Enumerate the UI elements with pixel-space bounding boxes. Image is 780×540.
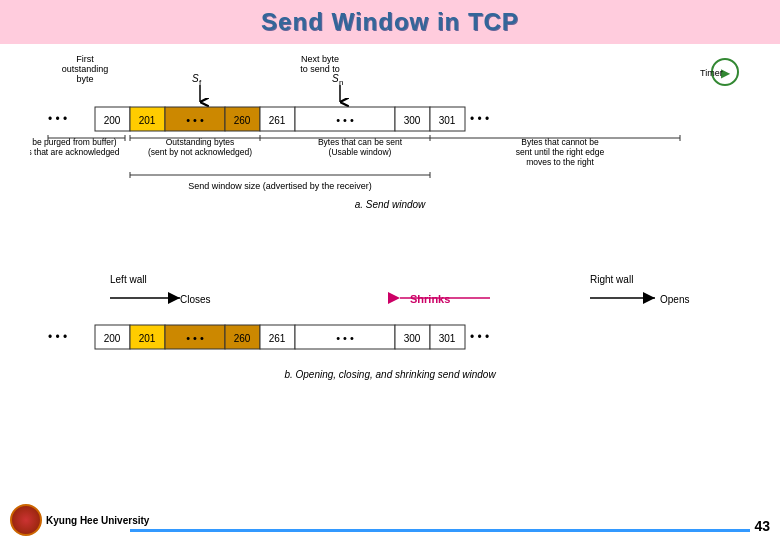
svg-text:Bytes that are acknowledged: Bytes that are acknowledged <box>30 147 120 157</box>
svg-text:b. Opening, closing, and shrin: b. Opening, closing, and shrinking send … <box>284 369 496 380</box>
svg-text:• • •: • • • <box>48 330 67 344</box>
svg-text:• • •: • • • <box>336 114 354 126</box>
svg-text:First: First <box>76 54 94 64</box>
logo-image <box>10 504 42 536</box>
page-title: Send Window in TCP <box>0 8 780 36</box>
diagram-a: First outstanding byte S f Next byte to … <box>30 50 750 254</box>
svg-text:300: 300 <box>404 115 421 126</box>
title-bar: Send Window in TCP <box>0 0 780 44</box>
svg-text:outstanding: outstanding <box>62 64 109 74</box>
svg-text:• • •: • • • <box>470 112 489 126</box>
diagram-b: Left wall Right wall Closes Shrinks Open… <box>30 268 750 412</box>
svg-text:261: 261 <box>269 333 286 344</box>
svg-text:(Usable window): (Usable window) <box>329 147 392 157</box>
svg-text:Opens: Opens <box>660 294 689 305</box>
svg-text:300: 300 <box>404 333 421 344</box>
svg-text:n: n <box>339 78 343 87</box>
diagram-b-svg: Left wall Right wall Closes Shrinks Open… <box>30 268 750 408</box>
page-number: 43 <box>754 518 770 534</box>
svg-text:(sent by not acknowledged): (sent by not acknowledged) <box>148 147 252 157</box>
svg-text:Left wall: Left wall <box>110 274 147 285</box>
svg-text:• • •: • • • <box>48 112 67 126</box>
svg-text:sent until the right edge: sent until the right edge <box>516 147 605 157</box>
svg-text:260: 260 <box>234 115 251 126</box>
svg-text:• • •: • • • <box>336 332 354 344</box>
svg-text:200: 200 <box>104 333 121 344</box>
svg-text:moves to the right: moves to the right <box>526 157 594 167</box>
footer: Kyung Hee University 43 <box>0 500 780 540</box>
svg-text:byte: byte <box>76 74 93 84</box>
svg-text:Right wall: Right wall <box>590 274 633 285</box>
diagram-a-svg: First outstanding byte S f Next byte to … <box>30 50 750 250</box>
svg-text:S: S <box>192 73 199 84</box>
svg-text:f: f <box>199 78 202 87</box>
svg-text:• • •: • • • <box>470 330 489 344</box>
svg-text:• • •: • • • <box>186 332 204 344</box>
svg-text:Closes: Closes <box>180 294 211 305</box>
svg-text:Timer: Timer <box>700 68 723 78</box>
svg-text:201: 201 <box>139 333 156 344</box>
svg-text:• • •: • • • <box>186 114 204 126</box>
university-name: Kyung Hee University <box>46 514 149 527</box>
svg-text:261: 261 <box>269 115 286 126</box>
svg-text:301: 301 <box>439 333 456 344</box>
svg-text:a. Send window: a. Send window <box>355 199 426 210</box>
svg-text:200: 200 <box>104 115 121 126</box>
footer-line <box>130 529 750 532</box>
svg-text:Send window size (advertised b: Send window size (advertised by the rece… <box>188 181 372 191</box>
svg-text:201: 201 <box>139 115 156 126</box>
svg-text:Next byte: Next byte <box>301 54 339 64</box>
university-logo: Kyung Hee University <box>10 504 149 536</box>
svg-text:260: 260 <box>234 333 251 344</box>
svg-text:Shrinks: Shrinks <box>410 293 450 305</box>
svg-text:301: 301 <box>439 115 456 126</box>
svg-text:S: S <box>332 73 339 84</box>
